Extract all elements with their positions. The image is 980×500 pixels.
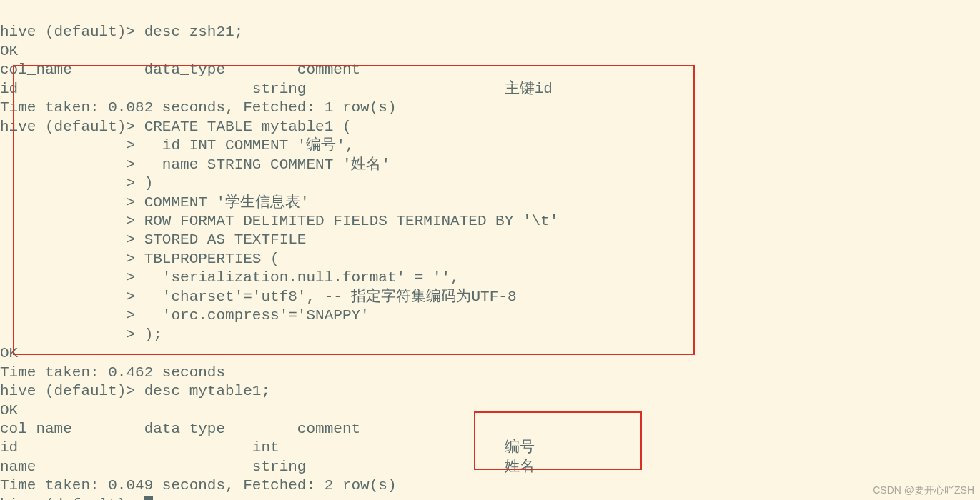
terminal-line: Time taken: 0.462 seconds <box>0 364 225 381</box>
terminal-line: > name STRING COMMENT '姓名' <box>0 156 390 173</box>
terminal-line: hive (default)> CREATE TABLE mytable1 ( <box>0 119 351 135</box>
terminal-line: > ); <box>0 326 162 343</box>
terminal-line: > STORED AS TEXTFILE <box>0 231 306 248</box>
terminal-line: Time taken: 0.082 seconds, Fetched: 1 ro… <box>0 99 397 116</box>
terminal-prompt-line[interactable]: hive (default)> <box>0 496 153 500</box>
terminal-line: hive (default)> desc mytable1; <box>0 383 270 399</box>
terminal-line: OK <box>0 402 18 419</box>
terminal-line: Time taken: 0.049 seconds, Fetched: 2 ro… <box>0 477 397 494</box>
terminal-line: > TBLPROPERTIES ( <box>0 251 279 267</box>
terminal-line: > ) <box>0 175 153 191</box>
terminal-prompt: hive (default)> <box>0 496 144 500</box>
terminal-line: hive (default)> desc zsh21; <box>0 24 243 40</box>
terminal-line: > 'orc.compress'='SNAPPY' <box>0 307 370 324</box>
terminal-line: col_name data_type comment <box>0 61 360 78</box>
terminal-line: > ROW FORMAT DELIMITED FIELDS TERMINATED… <box>0 213 558 229</box>
cursor-icon <box>144 496 153 500</box>
terminal-line: OK <box>0 43 18 59</box>
terminal-line: OK <box>0 345 18 361</box>
terminal-line: > id INT COMMENT '编号', <box>0 137 355 154</box>
terminal-line: name string 姓名 <box>0 459 535 475</box>
terminal-line: > COMMENT '学生信息表' <box>0 194 310 211</box>
terminal-line: id string 主键id <box>0 81 553 97</box>
terminal-line: > 'charset'='utf8', -- 指定字符集编码为UTF-8 <box>0 289 517 305</box>
watermark-text: CSDN @要开心吖ZSH <box>873 484 974 497</box>
terminal-output: hive (default)> desc zsh21; OK col_name … <box>0 4 980 500</box>
terminal-line: > 'serialization.null.format' = '', <box>0 269 460 286</box>
terminal-line: id int 编号 <box>0 439 535 456</box>
terminal-line: col_name data_type comment <box>0 421 360 437</box>
